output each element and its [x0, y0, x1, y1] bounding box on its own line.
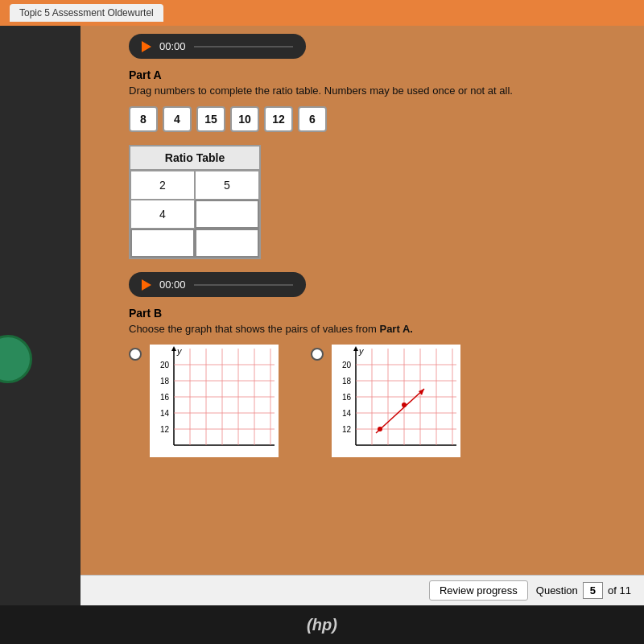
browser-bar: Topic 5 Assessment Oldewurtel [0, 0, 644, 26]
svg-text:20: 20 [160, 361, 170, 369]
part-b-section: Part B Choose the graph that shows the p… [129, 307, 596, 460]
svg-text:y: y [358, 346, 365, 356]
radio-graph-1[interactable] [129, 348, 142, 361]
time-display-2: 00:00 [159, 279, 186, 291]
content-inner: 00:00 Part A Drag numbers to complete th… [80, 26, 644, 644]
svg-line-42 [376, 389, 424, 433]
svg-text:12: 12 [342, 425, 352, 434]
ratio-cell-r3c1[interactable] [130, 229, 195, 258]
part-b-instruction-text: Choose the graph that shows the pairs of… [129, 323, 377, 335]
tile-12[interactable]: 12 [264, 106, 293, 132]
left-panel [0, 26, 80, 644]
part-a-label: Part A [129, 68, 596, 81]
svg-text:16: 16 [342, 393, 352, 402]
ratio-table-body: 2 5 4 [130, 171, 259, 258]
graph-svg-2: 20 18 16 14 12 y [332, 345, 460, 457]
svg-text:18: 18 [342, 377, 352, 386]
progress-bar-1 [194, 46, 293, 47]
review-progress-button[interactable]: Review progress [429, 580, 528, 601]
svg-marker-1 [171, 346, 176, 351]
ratio-table-header: Ratio Table [130, 147, 259, 171]
progress-bar-2 [194, 284, 293, 286]
hp-logo: (hp) [307, 616, 337, 634]
tile-10[interactable]: 10 [230, 106, 259, 132]
time-display-1: 00:00 [159, 40, 186, 52]
browser-tab[interactable]: Topic 5 Assessment Oldewurtel [10, 4, 163, 22]
video-player-1[interactable]: 00:00 [129, 34, 306, 59]
graph-svg-1: 20 18 16 14 12 y [150, 345, 279, 457]
svg-text:14: 14 [160, 409, 170, 418]
svg-text:20: 20 [342, 361, 352, 369]
part-b-instruction: Choose the graph that shows the pairs of… [129, 323, 596, 335]
graph-wrapper-1: 20 18 16 14 12 y [150, 345, 279, 460]
ratio-table: Ratio Table 2 5 4 [129, 145, 261, 259]
part-a-instruction: Drag numbers to complete the ratio table… [129, 85, 596, 97]
play-icon-2[interactable] [142, 279, 151, 291]
part-b-label: Part B [129, 307, 596, 320]
tile-6[interactable]: 6 [298, 106, 327, 132]
svg-text:16: 16 [160, 393, 170, 402]
svg-marker-21 [353, 346, 358, 351]
left-circle-decoration [0, 335, 32, 383]
question-number-box: 5 [583, 582, 603, 599]
video-player-2[interactable]: 00:00 [129, 272, 306, 297]
of-label: of 11 [608, 584, 631, 597]
ratio-cell-r2c1: 4 [130, 200, 195, 229]
svg-text:14: 14 [342, 409, 352, 418]
radio-graph-2[interactable] [311, 348, 324, 361]
ratio-cell-r2c2[interactable] [195, 200, 259, 229]
svg-text:12: 12 [160, 425, 170, 434]
graph-wrapper-2: 20 18 16 14 12 y [332, 345, 460, 460]
question-label: Question [536, 584, 578, 597]
question-nav: Question 5 of 11 [536, 582, 631, 599]
svg-text:y: y [176, 346, 183, 356]
play-icon-1[interactable] [142, 41, 151, 52]
main-content-wrapper: 00:00 Part A Drag numbers to complete th… [0, 26, 644, 644]
graphs-row: 20 18 16 14 12 y [129, 345, 596, 460]
graph-option-2: 20 18 16 14 12 y [311, 345, 460, 460]
number-tiles-container: 8 4 15 10 12 6 [129, 106, 596, 132]
tile-8[interactable]: 8 [129, 106, 158, 132]
graph-option-1: 20 18 16 14 12 y [129, 345, 279, 460]
bottom-nav-bar: Review progress Question 5 of 11 [80, 575, 644, 605]
svg-marker-43 [419, 389, 424, 395]
tile-15[interactable]: 15 [196, 106, 225, 132]
part-b-instruction-bold: Part A. [379, 323, 412, 335]
tile-4[interactable]: 4 [163, 106, 192, 132]
taskbar: (hp) [0, 605, 644, 644]
content-area: 00:00 Part A Drag numbers to complete th… [80, 26, 644, 644]
svg-text:18: 18 [160, 377, 170, 386]
ratio-cell-r1c2: 5 [195, 171, 259, 200]
ratio-cell-r1c1: 2 [130, 171, 195, 200]
ratio-cell-r3c2[interactable] [195, 229, 259, 258]
